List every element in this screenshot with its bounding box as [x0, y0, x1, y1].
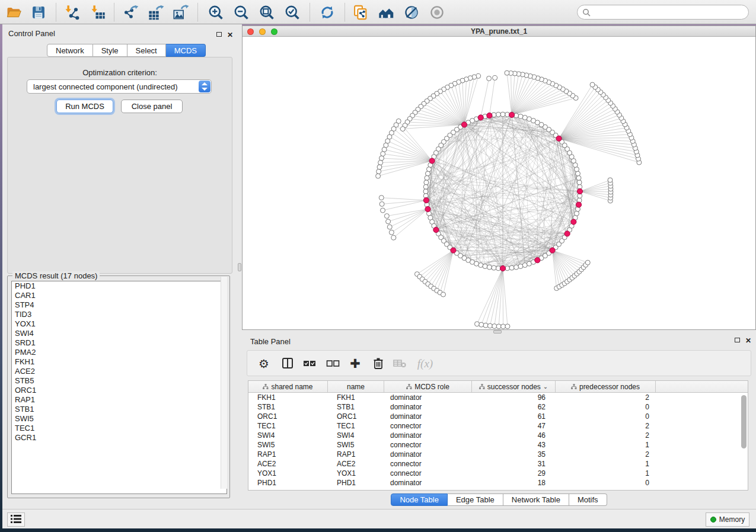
network-mcds-node[interactable] — [423, 197, 429, 203]
mcds-result-item[interactable]: SRD1 — [12, 338, 227, 348]
tab-mcds[interactable]: MCDS — [166, 44, 206, 57]
network-leaf-node[interactable] — [381, 152, 385, 156]
network-node[interactable] — [509, 265, 514, 270]
deselect-all-button[interactable] — [324, 354, 343, 373]
task-history-button[interactable] — [7, 512, 25, 527]
network-leaf-node[interactable] — [487, 323, 492, 328]
tab-motifs[interactable]: Motifs — [569, 493, 607, 506]
import-network-button[interactable] — [63, 4, 81, 21]
network-node[interactable] — [514, 265, 519, 270]
network-leaf-node[interactable] — [384, 214, 389, 219]
mcds-result-item[interactable]: CAR1 — [12, 291, 227, 300]
network-node[interactable] — [575, 211, 579, 216]
mcds-result-item[interactable]: RAP1 — [12, 395, 227, 405]
export-table-button[interactable] — [147, 4, 165, 21]
network-node[interactable] — [424, 180, 429, 185]
column-header-shared-name[interactable]: shared name — [248, 381, 328, 392]
network-leaf-node[interactable] — [379, 201, 384, 206]
mcds-result-item[interactable]: STP4 — [12, 300, 227, 310]
mcds-result-item[interactable]: FKH1 — [12, 357, 227, 367]
mcds-result-item[interactable]: PHD1 — [12, 281, 227, 291]
float-panel-button[interactable] — [215, 30, 223, 38]
network-leaf-node[interactable] — [501, 324, 506, 329]
tab-node-table[interactable]: Node Table — [391, 493, 448, 506]
network-leaf-node[interactable] — [376, 174, 381, 178]
network-leaf-node[interactable] — [505, 324, 510, 329]
table-body[interactable]: FKH1FKH1dominator962STB1STB1dominator620… — [248, 393, 748, 488]
network-leaf-node[interactable] — [585, 260, 590, 265]
network-mcds-node[interactable] — [535, 258, 540, 263]
column-header-MCDS-role[interactable]: MCDS role — [384, 381, 472, 392]
mcds-result-item[interactable]: TID3 — [12, 310, 227, 319]
close-table-panel-button[interactable]: ✕ — [744, 336, 752, 344]
table-row[interactable]: RAP1RAP1dominator352 — [248, 450, 748, 459]
network-node[interactable] — [576, 175, 581, 180]
network-leaf-node[interactable] — [379, 196, 384, 200]
network-leaf-node[interactable] — [391, 235, 396, 240]
delete-column-button[interactable] — [369, 354, 388, 373]
network-leaf-node[interactable] — [441, 292, 446, 297]
network-node[interactable] — [500, 112, 505, 117]
network-leaf-node[interactable] — [381, 208, 385, 213]
import-table-button[interactable] — [89, 4, 107, 21]
network-leaf-node[interactable] — [496, 324, 501, 329]
mcds-result-item[interactable]: STB5 — [12, 376, 227, 386]
network-node[interactable] — [426, 167, 431, 172]
network-node[interactable] — [425, 175, 429, 180]
memory-button[interactable]: Memory — [706, 512, 749, 527]
mcds-result-item[interactable]: TEC1 — [12, 424, 227, 433]
network-node[interactable] — [492, 265, 496, 270]
mcds-result-list[interactable]: PHD1CAR1STP4TID3YOX1SWI4SRD1PMA2FKH1ACE2… — [11, 281, 227, 494]
table-row[interactable]: ORC1ORC1dominator610 — [248, 412, 748, 421]
network-leaf-node[interactable] — [389, 230, 394, 235]
show-columns-button[interactable] — [278, 354, 297, 373]
column-header-successor-nodes[interactable]: successor nodes⌄ — [472, 381, 556, 392]
network-mcds-node[interactable] — [571, 219, 576, 225]
table-row[interactable]: YOX1YOX1connector291 — [248, 469, 748, 478]
table-row[interactable]: SWI5SWI5connector431 — [248, 440, 748, 450]
network-mcds-node[interactable] — [550, 248, 555, 253]
network-mcds-node[interactable] — [509, 112, 514, 117]
network-mcds-node[interactable] — [564, 231, 570, 236]
select-all-button[interactable] — [301, 354, 320, 373]
mcds-result-item[interactable]: ORC1 — [12, 386, 227, 395]
network-mcds-node[interactable] — [425, 206, 430, 211]
network-node[interactable] — [575, 171, 580, 176]
open-file-button[interactable] — [5, 4, 23, 21]
table-settings-button[interactable]: ⚙ — [254, 354, 273, 373]
network-mcds-node[interactable] — [433, 227, 439, 232]
zoom-selected-button[interactable] — [283, 4, 301, 21]
network-node[interactable] — [487, 265, 492, 270]
tab-network-table[interactable]: Network Table — [503, 493, 569, 506]
network-node[interactable] — [522, 115, 527, 120]
mcds-result-item[interactable]: SWI4 — [12, 329, 227, 338]
search-input[interactable] — [593, 7, 744, 18]
refresh-view-button[interactable] — [318, 4, 336, 21]
network-mcds-node[interactable] — [451, 248, 456, 253]
network-node[interactable] — [426, 171, 430, 176]
mcds-result-item[interactable]: ACE2 — [12, 367, 227, 376]
column-header-name[interactable]: name — [328, 381, 384, 392]
show-graphics-details-button[interactable] — [428, 4, 446, 21]
network-node[interactable] — [423, 189, 428, 194]
first-neighbors-button[interactable] — [377, 4, 395, 21]
clone-network-button[interactable] — [352, 4, 369, 21]
zoom-in-button[interactable] — [207, 4, 225, 21]
network-node[interactable] — [577, 180, 582, 185]
table-row[interactable]: FKH1FKH1dominator962 — [248, 393, 748, 402]
mcds-result-item[interactable]: SWI5 — [12, 414, 227, 424]
save-session-button[interactable] — [30, 4, 47, 21]
table-row[interactable]: TEC1TEC1connector472 — [248, 421, 748, 431]
table-row[interactable]: PHD1PHD1dominator180 — [248, 478, 748, 488]
network-leaf-node[interactable] — [487, 76, 492, 81]
network-mcds-node[interactable] — [576, 202, 581, 207]
network-mcds-node[interactable] — [461, 122, 467, 127]
zoom-fit-button[interactable] — [258, 4, 276, 21]
network-leaf-node[interactable] — [378, 160, 383, 165]
tab-edge-table[interactable]: Edge Table — [448, 493, 503, 506]
network-mcds-node[interactable] — [478, 115, 483, 120]
add-column-button[interactable]: ✚ — [346, 354, 365, 373]
mcds-list-scrollbar[interactable] — [221, 277, 227, 489]
network-node[interactable] — [483, 264, 487, 268]
network-leaf-node[interactable] — [493, 75, 497, 80]
